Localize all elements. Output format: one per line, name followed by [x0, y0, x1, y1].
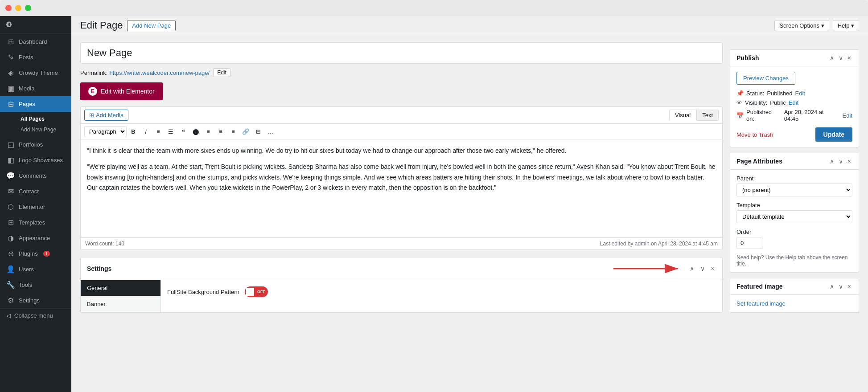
sidebar-item-appearance[interactable]: ◑ Appearance — [0, 230, 71, 246]
align-right-button[interactable]: ≡ — [215, 126, 226, 137]
page-attr-close[interactable]: × — [846, 158, 852, 165]
right-sidebar: Publish ∧ ∨ × Preview Changes 📌 Status: … — [730, 42, 859, 385]
sidebar-item-users[interactable]: 👤 Users — [0, 261, 71, 277]
page-title: Edit Page — [80, 20, 123, 31]
settings-collapse[interactable]: × — [710, 265, 716, 272]
sidebar-item-posts[interactable]: ✎ Posts — [0, 49, 71, 65]
publish-visibility-row: 👁 Visibility: Public Edit — [736, 99, 852, 106]
publish-panel-down[interactable]: ∨ — [837, 54, 844, 61]
pin-icon: 📌 — [736, 90, 744, 97]
sidebar-sub-add-new[interactable]: Add New Page — [14, 124, 71, 135]
settings-title: Settings — [87, 265, 111, 272]
template-select[interactable]: Default template — [736, 210, 852, 223]
publish-panel-controls: ∧ ∨ × — [828, 54, 852, 61]
add-new-page-button[interactable]: Add New Page — [127, 20, 176, 31]
collapse-menu[interactable]: ◁ Collapse menu — [0, 308, 71, 323]
visual-tab[interactable]: Visual — [669, 110, 696, 121]
sidebar-item-crowdy-theme[interactable]: ◈ Crowdy Theme — [0, 65, 71, 81]
italic-button[interactable]: I — [140, 126, 152, 137]
sidebar-item-label: Posts — [19, 54, 33, 61]
align-center-button[interactable]: ≡ — [202, 126, 214, 137]
fullsite-bg-toggle[interactable]: OFF — [245, 286, 268, 297]
featured-image-controls: ∧ ∨ × — [828, 283, 852, 290]
editor-content-area[interactable]: "I think it is clear that the team with … — [81, 139, 722, 237]
status-value: Published — [767, 90, 792, 97]
published-edit-link[interactable]: Edit — [843, 112, 852, 119]
publish-panel-close[interactable]: × — [846, 54, 852, 61]
permalink-edit-button[interactable]: Edit — [213, 68, 230, 77]
visibility-edit-link[interactable]: Edit — [789, 99, 798, 106]
move-to-trash-link[interactable]: Move to Trash — [736, 131, 773, 138]
featured-img-close[interactable]: × — [846, 283, 852, 290]
page-attr-up[interactable]: ∧ — [828, 158, 835, 165]
status-edit-link[interactable]: Edit — [795, 90, 805, 97]
blockquote-button[interactable]: ❝ — [177, 126, 189, 137]
sidebar-sub-all-pages[interactable]: All Pages — [14, 114, 71, 124]
sidebar-item-comments[interactable]: 💬 Comments — [0, 168, 71, 184]
visual-text-tabs: Visual Text — [669, 110, 719, 121]
ordered-list-button[interactable]: ☰ — [165, 126, 177, 137]
maximize-btn[interactable] — [25, 5, 31, 11]
paragraph-select[interactable]: Paragraph — [84, 126, 127, 137]
text-tab[interactable]: Text — [696, 110, 719, 121]
order-input[interactable] — [736, 237, 763, 249]
sidebar-item-plugins[interactable]: ⊕ Plugins 1 — [0, 246, 71, 261]
page-attr-down[interactable]: ∨ — [837, 158, 844, 165]
page-title-input[interactable] — [80, 42, 723, 64]
page-attributes-controls: ∧ ∨ × — [828, 158, 852, 165]
table-button[interactable]: ⊟ — [252, 126, 264, 137]
content-paragraph-2: "We're playing well as a team. At the st… — [87, 162, 716, 193]
sidebar-item-logo-showcases[interactable]: ◧ Logo Showcases — [0, 152, 71, 168]
sidebar-item-elementor[interactable]: ⬡ Elementor — [0, 199, 71, 215]
sidebar-item-pages[interactable]: ⊟ Pages — [0, 96, 71, 112]
sidebar-item-media[interactable]: ▣ Media — [0, 81, 71, 96]
settings-nav-banner[interactable]: Banner — [81, 296, 160, 312]
more-button[interactable]: … — [265, 126, 276, 137]
permalink-url[interactable]: https://writer.wealcoder.com/new-page/ — [109, 69, 210, 76]
add-media-icon: ⊞ — [89, 112, 94, 118]
status-label: Status: — [746, 90, 764, 97]
align-justify-button[interactable]: ≡ — [227, 126, 239, 137]
editor-main: Permalink: https://writer.wealcoder.com/… — [80, 42, 723, 385]
sidebar-item-dashboard[interactable]: ⊞ Dashboard — [0, 34, 71, 49]
preview-changes-button[interactable]: Preview Changes — [736, 72, 795, 85]
bold-button[interactable]: B — [128, 126, 139, 137]
sidebar-item-portfolios[interactable]: ◰ Portfolios — [0, 137, 71, 152]
unordered-list-button[interactable]: ≡ — [152, 126, 164, 137]
settings-toggle-up[interactable]: ∧ — [688, 265, 695, 272]
set-featured-image-link[interactable]: Set featured image — [736, 300, 786, 307]
elementor-btn-label: Edit with Elementor — [101, 88, 155, 95]
sidebar-item-settings[interactable]: ⚙ Settings — [0, 293, 71, 308]
parent-select[interactable]: (no parent) — [736, 184, 852, 196]
sidebar-item-contact[interactable]: ✉ Contact — [0, 184, 71, 199]
app-container: 🅦 ⊞ Dashboard ✎ Posts ◈ Crowdy Theme ▣ M… — [0, 16, 868, 392]
update-button[interactable]: Update — [815, 127, 852, 142]
settings-toggle-down[interactable]: ∨ — [699, 265, 706, 272]
featured-img-up[interactable]: ∧ — [828, 283, 835, 290]
appearance-icon: ◑ — [6, 234, 15, 242]
screen-options-button[interactable]: Screen Options ▾ — [774, 20, 829, 31]
posts-icon: ✎ — [6, 53, 15, 61]
align-left-button[interactable]: ⬤ — [190, 126, 202, 137]
link-button[interactable]: 🔗 — [240, 126, 251, 137]
page-attributes-panel: Page Attributes ∧ ∨ × Parent (no parent) — [730, 153, 859, 273]
close-btn[interactable] — [5, 5, 12, 11]
help-button[interactable]: Help ▾ — [833, 20, 859, 31]
settings-nav-general[interactable]: General — [81, 280, 160, 296]
parent-label: Parent — [736, 175, 852, 182]
sidebar-item-templates[interactable]: ⊞ Templates — [0, 215, 71, 230]
featured-image-title: Featured image — [736, 283, 782, 290]
sidebar-item-tools[interactable]: 🔧 Tools — [0, 277, 71, 293]
add-media-label: Add Media — [96, 112, 123, 118]
publish-panel-up[interactable]: ∧ — [828, 54, 835, 61]
add-media-button[interactable]: ⊞ Add Media — [84, 110, 128, 121]
page-attributes-title: Page Attributes — [736, 158, 782, 165]
edit-with-elementor-button[interactable]: E Edit with Elementor — [80, 82, 163, 100]
featured-img-down[interactable]: ∨ — [837, 283, 844, 290]
toggle-off-label: OFF — [257, 290, 265, 294]
minimize-btn[interactable] — [15, 5, 21, 11]
fullsite-bg-row: FullSite Background Pattern OFF — [167, 286, 716, 297]
page-attributes-body: Parent (no parent) Template Default temp… — [730, 170, 859, 272]
publish-panel: Publish ∧ ∨ × Preview Changes 📌 Status: … — [730, 49, 859, 147]
eye-icon: 👁 — [736, 99, 742, 106]
